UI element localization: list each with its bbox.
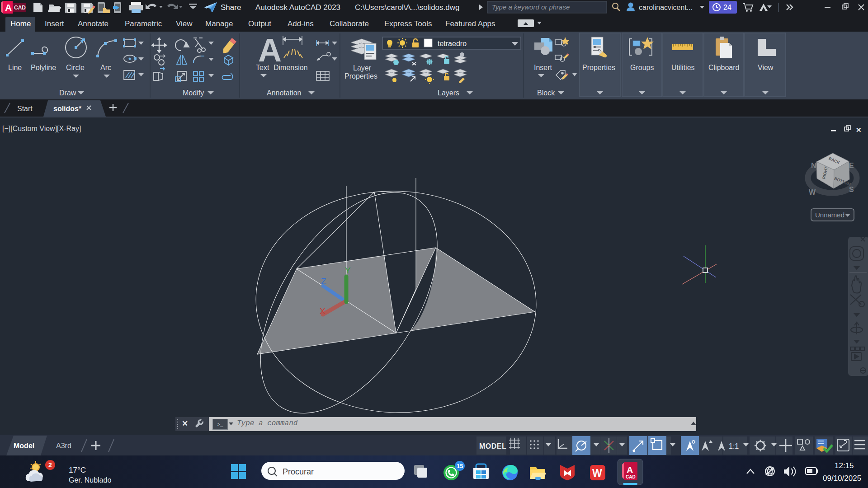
svg-text:Properties: Properties [582,64,615,71]
svg-text:Properties: Properties [344,72,377,80]
svg-text:Annotation: Annotation [267,89,302,97]
svg-text:A: A [627,465,633,475]
svg-text:✕: ✕ [856,126,862,134]
svg-text:solidos*: solidos* [53,105,82,113]
svg-text:Y: Y [345,266,351,275]
svg-text:S: S [849,186,854,193]
svg-text:Share: Share [221,3,241,12]
svg-text:Block: Block [537,89,555,97]
svg-text:Procurar: Procurar [283,467,314,476]
svg-text:Clipboard: Clipboard [708,64,739,71]
svg-text:Z: Z [321,277,326,286]
svg-text:View: View [758,64,774,71]
svg-text:N: N [811,162,816,169]
svg-text:A: A [258,32,282,68]
svg-text:09/10/2025: 09/10/2025 [823,474,861,483]
svg-text:12:15: 12:15 [835,461,854,470]
svg-text:Arc: Arc [100,64,111,71]
svg-text:17°C: 17°C [69,466,86,474]
svg-text:Insert: Insert [534,64,552,71]
svg-text:Circle: Circle [66,64,85,71]
svg-text:W: W [809,188,816,196]
svg-text:Ger. Nublado: Ger. Nublado [69,476,111,484]
svg-text:Utilities: Utilities [671,64,695,71]
svg-text:X: X [320,306,326,316]
svg-text:A: A [5,2,12,13]
svg-text:2: 2 [48,461,52,469]
svg-text:Type a keyword or phrase: Type a keyword or phrase [492,3,570,11]
svg-text:Start: Start [17,105,33,113]
svg-text:Model: Model [14,442,34,450]
svg-text:1:1: 1:1 [729,442,739,450]
svg-text:Text: Text [256,64,269,71]
svg-text:Modify: Modify [183,89,204,97]
svg-text:[−][Custom View][X-Ray]: [−][Custom View][X-Ray] [2,125,81,132]
svg-text:E: E [849,162,854,169]
svg-text:CAD: CAD [14,5,26,11]
svg-text:tetraedro: tetraedro [438,40,467,47]
svg-text:carolinacvicent...: carolinacvicent... [639,4,693,11]
svg-text:MODEL: MODEL [479,442,506,450]
svg-text:Line: Line [8,64,22,71]
svg-text:Layer: Layer [353,64,372,72]
svg-text:CAD: CAD [626,474,636,479]
svg-text:15: 15 [457,463,463,469]
svg-text:Layers: Layers [438,89,459,97]
svg-text:W: W [592,467,602,479]
svg-text:Groups: Groups [630,64,654,71]
svg-text:Unnamed: Unnamed [815,211,844,219]
svg-text:24: 24 [723,4,731,11]
svg-text:Draw: Draw [59,89,76,97]
svg-text:Autodesk AutoCAD 2023: Autodesk AutoCAD 2023 [255,3,340,12]
svg-text:C:\Users\carol\A...\solidos.dw: C:\Users\carol\A...\solidos.dwg [355,3,459,12]
svg-text:Dimension: Dimension [274,64,308,71]
svg-text:Polyline: Polyline [31,64,56,71]
svg-text:A3rd: A3rd [56,442,71,450]
